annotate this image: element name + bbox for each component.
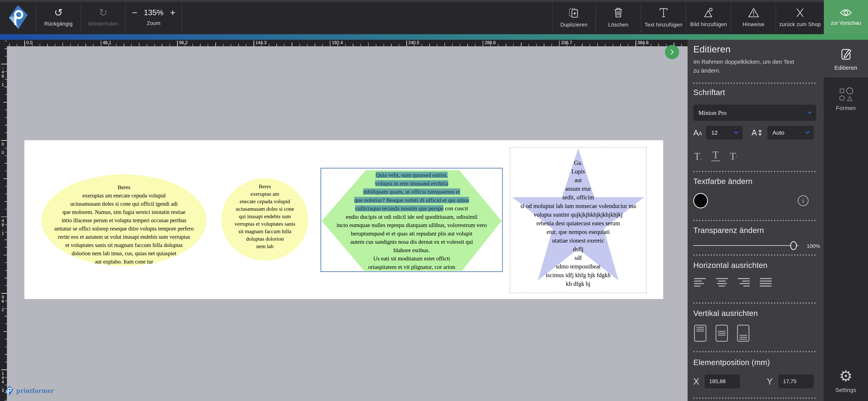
zoom-out-button[interactable]: − <box>132 8 137 17</box>
element-position-row: X Y <box>693 374 816 388</box>
font-size-icon: AA <box>693 128 702 137</box>
x-axis-icon: X <box>693 376 699 386</box>
design-canvas[interactable]: Beres exeruptas am enecate cepuda volupi… <box>7 46 688 401</box>
divider <box>693 255 816 256</box>
align-left-button[interactable] <box>694 278 706 287</box>
tab-shapes[interactable]: ◻◯⬡△ Formen <box>824 87 868 111</box>
ruler-label: 0.0 <box>26 40 32 45</box>
slider-track[interactable] <box>693 245 799 246</box>
tab-rail-background <box>824 77 868 401</box>
text-icon <box>658 6 669 19</box>
ruler-label: 48.1 <box>1 218 5 235</box>
unselected-text: con cuscit endio ducipis ut odi odicil i… <box>337 205 487 270</box>
ellipse-text-shape-small[interactable]: Beres exeruptas am enecate cepuda volupi… <box>221 178 308 261</box>
ruler-label: 192.4 <box>332 40 343 45</box>
divider <box>693 83 816 84</box>
star-selection-frame[interactable]: Ga. Lupis aut assum etur sedit, officim … <box>510 147 647 293</box>
horizontal-align-row <box>694 278 772 287</box>
chevron-right-icon <box>668 48 676 56</box>
ruler-label: 96.2 <box>179 40 188 45</box>
ruler-label: -48.1 <box>1 65 5 86</box>
slider-knob[interactable] <box>790 241 797 250</box>
ruler-label: 240.5 <box>408 40 420 45</box>
undo-button[interactable]: ↺ Rückgängig <box>36 3 81 31</box>
position-heading: Elementposition (mm) <box>693 358 770 367</box>
zoom-value: 135% <box>144 8 163 17</box>
add-text-button[interactable]: Text hinzufügen <box>641 3 686 31</box>
chevron-down-icon <box>808 110 812 114</box>
tab-edit[interactable]: Editieren <box>824 48 868 71</box>
horizontal-ruler: 0.0 48.1 96.2 144.3 192.4 240.5 288.6 33… <box>7 40 688 46</box>
redo-button[interactable]: ↻ Wiederholen <box>81 3 125 31</box>
ruler-label: 144.3 <box>255 40 267 45</box>
divider <box>693 303 816 304</box>
printformer-footer-brand: printformer <box>5 385 54 396</box>
ruler-label: 336.7 <box>561 40 572 45</box>
ruler-label: 48.1 <box>103 40 111 45</box>
ruler-label: 144.3 <box>1 371 5 392</box>
position-x-input[interactable] <box>705 374 740 388</box>
hexagon-selection-frame[interactable]: Quia velit, sum quossed eatiist, volupta… <box>320 168 503 272</box>
position-y-input[interactable] <box>778 374 814 388</box>
ruler-label: 96.2 <box>1 295 5 312</box>
valign-top-button[interactable] <box>694 325 706 342</box>
text-subscript-button[interactable]: T, <box>694 151 702 161</box>
vertical-ruler: -48.1 0.0 48.1 96.2 144.3 <box>0 40 7 401</box>
font-family-select[interactable]: Minion Pro <box>693 105 816 121</box>
valign-bottom-button[interactable] <box>737 325 749 342</box>
text-color-row: i <box>693 193 816 208</box>
font-size-select[interactable]: 12 <box>706 126 743 140</box>
text-superscript-button[interactable]: T′ <box>730 151 737 161</box>
preview-button[interactable]: zur Vorschau <box>824 0 868 34</box>
undo-icon: ↺ <box>54 7 63 18</box>
info-icon[interactable]: i <box>798 195 808 206</box>
divider <box>693 171 816 172</box>
delete-button[interactable]: Löschen <box>595 3 641 31</box>
redo-icon: ↻ <box>99 7 107 18</box>
add-image-button[interactable]: Bild hinzufügen <box>686 3 731 31</box>
edit-panel: Editieren Im Rahmen doppelklicken, um de… <box>688 40 824 401</box>
valign-middle-button[interactable] <box>716 325 728 342</box>
ruler-label: 0.0 <box>1 142 5 154</box>
back-to-shop-button[interactable]: zurück zum Shop <box>776 3 824 31</box>
ellipse-text-shape-large[interactable]: Beres exeruptas am enecate cepuda volupi… <box>41 174 207 266</box>
duplicate-button[interactable]: Duplizieren <box>552 3 595 31</box>
next-page-button[interactable] <box>665 45 679 59</box>
brand-wordmark: printformer <box>16 386 54 395</box>
hexagon-text: Quia velit, sum quossed eatiist, volupta… <box>321 168 502 271</box>
y-axis-icon: Y <box>767 376 773 386</box>
eye-icon <box>840 8 852 17</box>
trash-icon <box>613 6 624 19</box>
main-toolbar: ↺ Rückgängig ↻ Wiederholen − 135% + Zoom… <box>0 0 868 34</box>
align-justify-button[interactable] <box>760 278 772 287</box>
shapes-icon: ◻◯⬡△ <box>838 87 854 102</box>
transparency-heading: Transparenz ändern <box>693 226 764 235</box>
vertical-align-heading: Vertikal ausrichten <box>693 309 758 318</box>
window-top-strip <box>0 0 868 2</box>
hints-button[interactable]: Hinweise <box>731 3 776 31</box>
line-height-icon: A↕ <box>751 128 763 137</box>
edit-pencil-icon <box>840 48 852 61</box>
transparency-slider-row: 100% <box>693 240 820 251</box>
panel-title: Editieren <box>693 44 731 55</box>
line-height-select[interactable]: Auto <box>767 126 814 140</box>
star-text: Ga. Lupis aut assum etur sedit, officim … <box>510 148 646 293</box>
text-style-row: T, T T′ <box>694 146 737 161</box>
chevron-down-icon <box>734 130 738 134</box>
divider <box>693 398 816 399</box>
tab-settings[interactable]: ⚙ Settings <box>824 369 868 393</box>
align-center-button[interactable] <box>716 278 728 287</box>
panel-subtitle: Im Rahmen doppelklicken, um den Text zu … <box>693 57 801 75</box>
font-size-row: AA 12 A↕ Auto <box>693 126 816 140</box>
divider <box>693 220 816 221</box>
vertical-align-row <box>694 325 749 342</box>
zoom-in-button[interactable]: + <box>170 8 176 17</box>
accent-gradient-bar <box>0 34 868 40</box>
align-right-button[interactable] <box>738 278 750 287</box>
text-baseline-button[interactable]: T <box>711 150 720 161</box>
ruler-label: 384.8 <box>638 40 649 45</box>
horizontal-align-heading: Horizontal ausrichten <box>693 261 767 270</box>
color-swatch-black[interactable] <box>693 193 708 208</box>
logo-diamond-icon <box>7 5 28 30</box>
warning-icon <box>748 7 760 19</box>
